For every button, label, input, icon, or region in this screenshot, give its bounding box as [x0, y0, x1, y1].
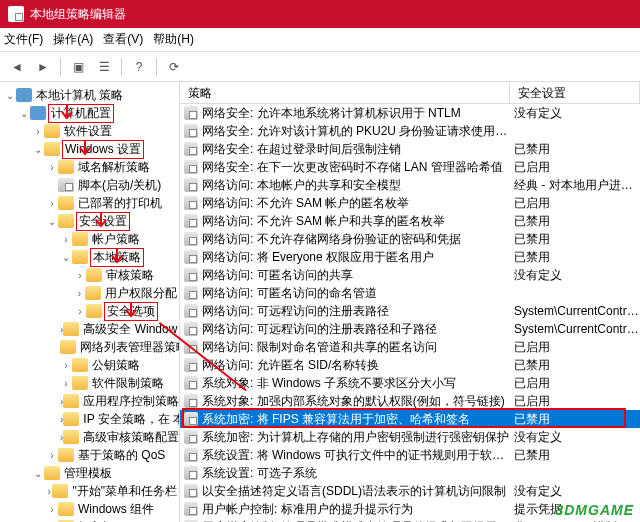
expand-icon[interactable]: › — [46, 450, 58, 461]
tree-item[interactable]: ⌄安全设置 — [0, 212, 179, 230]
col-policy[interactable]: 策略 — [180, 82, 510, 103]
tree-label: 软件限制策略 — [90, 375, 166, 392]
tree-item[interactable]: ›软件设置 — [0, 122, 179, 140]
list-row[interactable]: 网络安全: 允许本地系统将计算机标识用于 NTLM没有定义 — [180, 104, 640, 122]
menu-action[interactable]: 操作(A) — [53, 31, 93, 48]
list-row[interactable]: 网络访问: 将 Everyone 权限应用于匿名用户已禁用 — [180, 248, 640, 266]
tree-label: 已部署的打印机 — [76, 195, 164, 212]
expand-icon[interactable]: › — [60, 360, 72, 371]
expand-icon[interactable]: › — [46, 504, 58, 515]
list-row[interactable]: 网络访问: 允许匿名 SID/名称转换已禁用 — [180, 356, 640, 374]
list-row[interactable]: 系统对象: 非 Windows 子系统不要求区分大小写已启用 — [180, 374, 640, 392]
expand-icon[interactable]: ⌄ — [60, 252, 72, 263]
export-button[interactable]: ☰ — [93, 56, 115, 78]
expand-icon[interactable]: › — [60, 378, 72, 389]
menu-file[interactable]: 文件(F) — [4, 31, 43, 48]
tree-item[interactable]: ›域名解析策略 — [0, 158, 179, 176]
forward-button[interactable]: ► — [32, 56, 54, 78]
list-row[interactable]: 系统加密: 为计算机上存储的用户密钥强制进行强密钥保护没有定义 — [180, 428, 640, 446]
list-row[interactable]: 网络访问: 可匿名访问的共享没有定义 — [180, 266, 640, 284]
tree-item[interactable]: ›公钥策略 — [0, 356, 179, 374]
help-button[interactable]: ? — [128, 56, 150, 78]
expand-icon[interactable]: › — [74, 288, 85, 299]
refresh-button[interactable]: ⟳ — [163, 56, 185, 78]
expand-icon[interactable]: › — [32, 126, 44, 137]
setting-text: 已禁用 — [514, 231, 640, 248]
expand-icon[interactable]: ⌄ — [32, 468, 44, 479]
back-button[interactable]: ◄ — [6, 56, 28, 78]
expand-icon[interactable]: › — [46, 198, 58, 209]
policy-icon — [184, 412, 198, 426]
list-row[interactable]: 网络安全: 允许对该计算机的 PKU2U 身份验证请求使用联… — [180, 122, 640, 140]
expand-icon[interactable]: ⌄ — [18, 108, 30, 119]
list-row[interactable]: 网络安全: 在超过登录时间后强制注销已禁用 — [180, 140, 640, 158]
list-row[interactable]: 系统对象: 加强内部系统对象的默认权限(例如，符号链接)已启用 — [180, 392, 640, 410]
list-row[interactable]: 网络访问: 不允许存储网络身份验证的密码和凭据已禁用 — [180, 230, 640, 248]
tree-item[interactable]: ›Windows 组件 — [0, 500, 179, 518]
policy-icon — [184, 124, 198, 138]
tree-item[interactable]: 网络列表管理器策略 — [0, 338, 179, 356]
tree-item[interactable]: ⌄管理模板 — [0, 464, 179, 482]
tree-item[interactable]: ›"开始"菜单和任务栏 — [0, 482, 179, 500]
menu-view[interactable]: 查看(V) — [103, 31, 143, 48]
tree-item[interactable]: ›打印机 — [0, 518, 179, 522]
tree-label: 安全选项 — [104, 302, 158, 321]
folder-icon — [85, 286, 101, 300]
expand-icon[interactable]: ⌄ — [32, 144, 44, 155]
tree-item[interactable]: ›审核策略 — [0, 266, 179, 284]
tree-item[interactable]: ›软件限制策略 — [0, 374, 179, 392]
up-button[interactable]: ▣ — [67, 56, 89, 78]
list-row[interactable]: 网络访问: 不允许 SAM 帐户的匿名枚举已启用 — [180, 194, 640, 212]
tree-item[interactable]: ⌄Windows 设置 — [0, 140, 179, 158]
list-row[interactable]: 网络访问: 限制对命名管道和共享的匿名访问已启用 — [180, 338, 640, 356]
expand-icon[interactable]: ⌄ — [46, 216, 58, 227]
tree-item[interactable]: ›用户权限分配 — [0, 284, 179, 302]
menu-help[interactable]: 帮助(H) — [153, 31, 194, 48]
policy-text: 网络访问: 不允许存储网络身份验证的密码和凭据 — [202, 231, 514, 248]
folder-icon — [60, 340, 76, 354]
tree-item[interactable]: ›高级审核策略配置 — [0, 428, 179, 446]
list-row[interactable]: 网络安全: 在下一次更改密码时不存储 LAN 管理器哈希值已启用 — [180, 158, 640, 176]
folder-icon — [63, 394, 79, 408]
expand-icon[interactable]: › — [46, 162, 58, 173]
list-row[interactable]: 以安全描述符定义语言(SDDL)语法表示的计算机访问限制没有定义 — [180, 482, 640, 500]
policy-icon — [184, 178, 198, 192]
list-row[interactable]: 网络访问: 可匿名访问的命名管道 — [180, 284, 640, 302]
tree-item[interactable]: ›安全选项 — [0, 302, 179, 320]
col-setting[interactable]: 安全设置 — [510, 82, 640, 103]
policy-icon — [184, 322, 198, 336]
folder-icon — [58, 448, 74, 462]
tree-item[interactable]: 脚本(启动/关机) — [0, 176, 179, 194]
list-row[interactable]: 系统加密: 将 FIPS 兼容算法用于加密、哈希和签名已禁用 — [180, 410, 640, 428]
policy-icon — [184, 214, 198, 228]
policy-icon — [184, 250, 198, 264]
expand-icon[interactable]: › — [74, 306, 86, 317]
list-row[interactable]: 用户帐户控制: 管理员批准模式中管理员的提升权限提示的…非 Windows 二进… — [180, 518, 640, 522]
list-row[interactable]: 系统设置: 可选子系统 — [180, 464, 640, 482]
tree-item[interactable]: ›帐户策略 — [0, 230, 179, 248]
tree-item[interactable]: ›基于策略的 QoS — [0, 446, 179, 464]
tree-item[interactable]: ›应用程序控制策略 — [0, 392, 179, 410]
policy-text: 系统对象: 非 Windows 子系统不要求区分大小写 — [202, 375, 514, 392]
list-row[interactable]: 系统设置: 将 Windows 可执行文件中的证书规则用于软件…已禁用 — [180, 446, 640, 464]
list-row[interactable]: 网络访问: 可远程访问的注册表路径System\CurrentContro… — [180, 302, 640, 320]
policy-text: 网络访问: 不允许 SAM 帐户和共享的匿名枚举 — [202, 213, 514, 230]
tree-item[interactable]: ⌄本地策略 — [0, 248, 179, 266]
watermark: 3DMGAME — [555, 502, 634, 518]
expand-icon[interactable]: › — [60, 234, 72, 245]
tree-item[interactable]: ⌄计算机配置 — [0, 104, 179, 122]
setting-text: System\CurrentContro… — [514, 322, 640, 336]
expand-icon[interactable]: ⌄ — [4, 90, 16, 101]
tree-item[interactable]: ›高级安全 Window — [0, 320, 179, 338]
list-row[interactable]: 网络访问: 本地帐户的共享和安全模型经典 - 对本地用户进行… — [180, 176, 640, 194]
tree-item[interactable]: ›已部署的打印机 — [0, 194, 179, 212]
tree-item[interactable]: ›IP 安全策略，在 本地 — [0, 410, 179, 428]
folder-icon — [86, 268, 102, 282]
expand-icon[interactable]: › — [74, 270, 86, 281]
folder-icon — [63, 430, 79, 444]
tree-item[interactable]: ⌄本地计算机 策略 — [0, 86, 179, 104]
list-row[interactable]: 网络访问: 可远程访问的注册表路径和子路径System\CurrentContr… — [180, 320, 640, 338]
folder-icon — [63, 412, 79, 426]
policy-icon — [184, 196, 198, 210]
list-row[interactable]: 网络访问: 不允许 SAM 帐户和共享的匿名枚举已禁用 — [180, 212, 640, 230]
